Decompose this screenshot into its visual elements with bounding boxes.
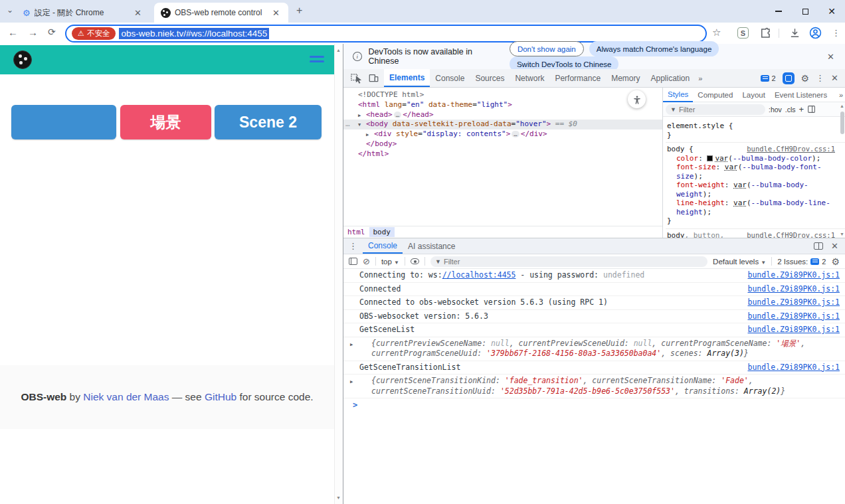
more-panels-chevron-icon[interactable]: »	[695, 74, 705, 82]
source-link[interactable]: bundle.Z9i89PK0.js:1	[748, 270, 840, 281]
more-tabs-chevron-icon[interactable]: »	[836, 91, 845, 99]
new-tab-button[interactable]: +	[296, 5, 302, 17]
extension-s-icon[interactable]: S	[737, 27, 749, 39]
accessibility-person-icon[interactable]	[628, 90, 646, 108]
style-rule[interactable]: element.style {}	[666, 120, 845, 143]
infobar-close-icon[interactable]: ✕	[827, 52, 834, 62]
source-link[interactable]: bundle.Z9i89PK0.js:1	[748, 325, 840, 335]
clear-console-icon[interactable]: ⊘	[363, 256, 370, 266]
dom-tree-row[interactable]: <!DOCTYPE html>	[343, 90, 662, 100]
console-settings-icon[interactable]: ⚙	[831, 256, 840, 267]
console-filter-input[interactable]	[444, 258, 703, 266]
dom-tree-row[interactable]: </body>	[343, 139, 662, 149]
stylesheet-link[interactable]: bundle.CfH9Drov.css:1	[747, 145, 835, 154]
console-message[interactable]: bundle.Z9i89PK0.js:1GetSceneTransitionLi…	[343, 361, 845, 375]
tab-close-icon[interactable]: ✕	[270, 8, 282, 18]
window-close-button[interactable]: ✕	[818, 0, 845, 23]
css-declaration[interactable]: font-weight: var(--bulma-body-weight);	[667, 181, 843, 199]
log-levels-select[interactable]: Default levels ▼	[713, 258, 766, 266]
expand-arrow-icon[interactable]: ▶	[358, 111, 361, 121]
console-message[interactable]: ▶{currentSceneTransitionKind: 'fade_tran…	[343, 375, 845, 398]
console-tab-console[interactable]: Console	[363, 238, 403, 254]
not-secure-badge[interactable]: ⚠ 不安全	[72, 27, 116, 40]
console-message[interactable]: bundle.Z9i89PK0.js:1Connecting to: ws://…	[343, 269, 845, 283]
devtools-cast-icon[interactable]	[783, 72, 795, 84]
toggle-pseudo-button[interactable]: :hov	[769, 106, 782, 114]
console-tab-ai-assistance[interactable]: AI assistance	[403, 238, 460, 254]
toggle-class-button[interactable]: .cls	[785, 106, 796, 114]
bookmark-star-icon[interactable]: ☆	[712, 27, 721, 39]
source-link[interactable]: bundle.Z9i89PK0.js:1	[748, 297, 840, 308]
live-expression-eye-icon[interactable]	[411, 258, 419, 264]
browser-menu-icon[interactable]: ⋮	[832, 28, 840, 38]
css-declaration[interactable]: line-height: var(--bulma-body-line-heigh…	[667, 199, 843, 216]
dom-tree-row[interactable]: ▶<head>…</head>	[343, 110, 662, 120]
device-toolbar-icon[interactable]	[369, 73, 379, 83]
new-style-rule-button[interactable]: +	[799, 104, 804, 114]
devtools-tab-elements[interactable]: Elements	[384, 69, 430, 87]
infobar-button[interactable]: Don't show again	[510, 41, 584, 56]
github-link[interactable]: GitHub	[205, 391, 236, 402]
devtools-tab-performance[interactable]: Performance	[549, 69, 606, 87]
scroll-down-icon[interactable]: ▼	[840, 232, 844, 236]
styles-scrollbar[interactable]: ▲ ▼	[839, 102, 845, 238]
scroll-up-icon[interactable]: ▲	[336, 48, 341, 52]
address-bar[interactable]: ⚠ 不安全 obs-web.niek.tv/#ws://localhost:44…	[65, 25, 707, 42]
hamburger-menu-icon[interactable]	[310, 56, 324, 65]
downloads-icon[interactable]	[789, 27, 800, 39]
inspect-element-icon[interactable]	[350, 73, 362, 84]
expand-arrow-icon[interactable]: ▶	[350, 377, 353, 388]
tab-search-chevron-icon[interactable]: ⌄	[7, 5, 13, 15]
styles-tab-layout[interactable]: Layout	[737, 88, 770, 102]
devtools-tab-memory[interactable]: Memory	[606, 69, 645, 87]
expand-arrow-icon[interactable]: ▶	[350, 340, 353, 351]
overflow-dots[interactable]: …	[345, 120, 349, 129]
breadcrumb-item-html[interactable]: html	[343, 227, 369, 237]
devtools-tab-network[interactable]: Network	[510, 69, 549, 87]
tab-close-icon[interactable]: ✕	[132, 8, 143, 18]
devtools-menu-icon[interactable]: ⋮	[816, 73, 824, 83]
browser-tab-settings[interactable]: ⚙ 設定 - 關於 Chrome ✕	[16, 3, 150, 23]
url-input[interactable]: obs-web.niek.tv/#ws://localhost:4455	[119, 28, 269, 39]
computed-panel-icon[interactable]	[807, 105, 816, 114]
css-declaration[interactable]: font-size: var(--bulma-body-font-size);	[667, 163, 843, 181]
source-link[interactable]: bundle.Z9i89PK0.js:1	[748, 284, 840, 295]
expand-arrow-icon[interactable]: ▼	[358, 120, 361, 130]
breadcrumb-item-body[interactable]: body	[369, 227, 395, 237]
console-message[interactable]: bundle.Z9i89PK0.js:1Connected to obs-web…	[343, 296, 845, 310]
window-minimize-button[interactable]	[765, 0, 792, 23]
console-message[interactable]: bundle.Z9i89PK0.js:1Connected	[343, 283, 845, 297]
browser-tab-obs-web[interactable]: OBS-web remote control ✕	[154, 3, 288, 23]
forward-icon[interactable]: →	[28, 27, 38, 38]
style-rule[interactable]: bundle.CfH9Drov.css:1body {color: var(--…	[666, 143, 845, 229]
execution-context-select[interactable]: top ▼	[381, 258, 399, 266]
dom-tree-row[interactable]: ▶<div style="display: contents">…</div>	[343, 129, 662, 139]
dom-tree-row[interactable]: </html>	[343, 149, 662, 159]
style-rule[interactable]: bundle.CfH9Drov.css:1body, button, input…	[666, 229, 845, 238]
styles-tab-computed[interactable]: Computed	[693, 88, 737, 102]
console-menu-icon[interactable]: ⋮	[343, 241, 363, 251]
devtools-tab-application[interactable]: Application	[645, 69, 695, 87]
css-declaration[interactable]: color: var(--bulma-body-color);	[667, 154, 843, 163]
profile-avatar-icon[interactable]	[809, 27, 822, 39]
source-link[interactable]: bundle.Z9i89PK0.js:1	[748, 311, 840, 322]
issues-counter[interactable]: 2	[761, 74, 775, 82]
console-close-icon[interactable]: ✕	[831, 241, 838, 251]
back-icon[interactable]: ←	[8, 27, 18, 38]
console-sidebar-icon[interactable]	[349, 258, 357, 265]
stylesheet-link[interactable]: bundle.CfH9Drov.css:1	[747, 231, 835, 238]
source-link[interactable]: bundle.Z9i89PK0.js:1	[748, 363, 840, 373]
scene-button-2[interactable]: Scene 2	[215, 105, 322, 139]
expand-arrow-icon[interactable]: ▶	[366, 130, 369, 140]
console-message[interactable]: bundle.Z9i89PK0.js:1OBS-websocket versio…	[343, 310, 845, 324]
dom-tree-row[interactable]: <html lang="en" data-theme="light">	[343, 100, 662, 110]
devtools-settings-icon[interactable]: ⚙	[801, 73, 810, 84]
author-link[interactable]: Niek van der Maas	[83, 391, 169, 402]
dom-tree-row[interactable]: …▼<body data-sveltekit-preload-data="hov…	[343, 120, 662, 129]
styles-tab-styles[interactable]: Styles	[663, 88, 693, 102]
infobar-button[interactable]: Always match Chrome's language	[589, 41, 719, 56]
scroll-down-icon[interactable]: ▼	[336, 495, 341, 500]
styles-tab-event-listeners[interactable]: Event Listeners	[770, 88, 832, 102]
extensions-puzzle-icon[interactable]	[759, 27, 771, 39]
reload-icon[interactable]: ⟳	[48, 27, 56, 37]
